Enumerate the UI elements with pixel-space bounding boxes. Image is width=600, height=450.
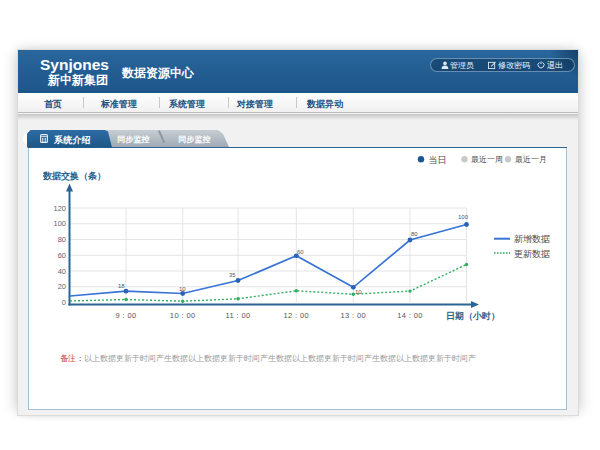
svg-text:12 : 00: 12 : 00	[283, 311, 309, 320]
svg-text:10: 10	[179, 286, 186, 292]
svg-text:更新数据: 更新数据	[514, 249, 550, 259]
svg-text:备注：以上数据更新于时间产生数据以上数据更新于时间产生数据以: 备注：以上数据更新于时间产生数据以上数据更新于时间产生数据以上数据更新于时间产生…	[60, 354, 476, 363]
svg-text:60: 60	[58, 251, 66, 260]
svg-text:100: 100	[458, 214, 469, 220]
svg-text:60: 60	[297, 249, 304, 255]
svg-text:11 : 00: 11 : 00	[225, 311, 250, 320]
svg-text:80: 80	[58, 235, 66, 244]
svg-text:最近一月: 最近一月	[515, 155, 547, 164]
svg-text:日期（小时）: 日期（小时）	[446, 311, 500, 321]
svg-text:20: 20	[58, 282, 66, 291]
svg-text:9 : 00: 9 : 00	[115, 311, 136, 320]
svg-text:数据交换（条）: 数据交换（条）	[42, 171, 106, 181]
svg-text:当日: 当日	[429, 155, 447, 165]
svg-text:13 : 00: 13 : 00	[340, 311, 366, 320]
svg-text:14 : 00: 14 : 00	[397, 311, 423, 320]
svg-text:120: 120	[53, 204, 66, 213]
svg-text:0: 0	[62, 298, 66, 307]
svg-text:新增数据: 新增数据	[514, 234, 550, 244]
svg-text:18: 18	[118, 283, 125, 289]
svg-text:100: 100	[53, 219, 66, 228]
svg-text:80: 80	[411, 231, 418, 237]
svg-text:40: 40	[58, 267, 66, 276]
svg-text:最近一周: 最近一周	[471, 155, 503, 164]
svg-text:10 : 00: 10 : 00	[170, 311, 196, 320]
svg-text:35: 35	[229, 272, 236, 278]
svg-text:10: 10	[355, 289, 362, 295]
